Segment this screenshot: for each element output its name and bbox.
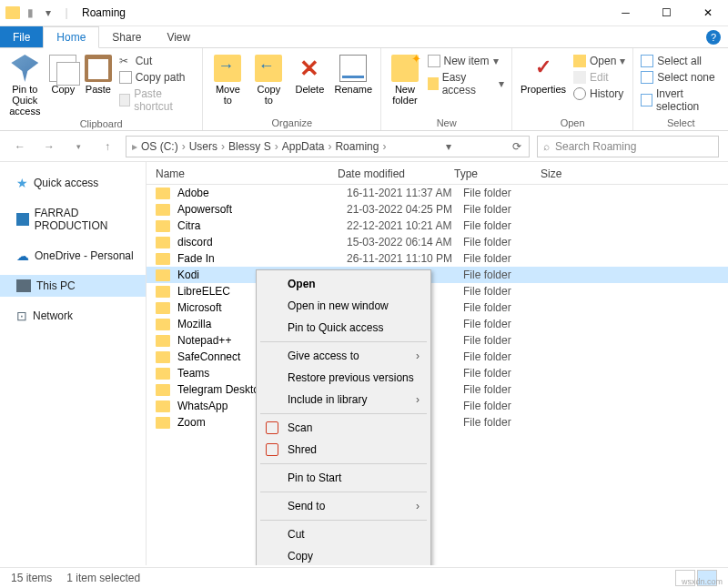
copy-to-button[interactable]: Copy to (249, 51, 288, 106)
sidebar-item-network[interactable]: ⊡Network (0, 304, 146, 328)
ctx-pin-quick-access[interactable]: Pin to Quick access (258, 317, 429, 339)
scissors-icon: ✂ (119, 55, 132, 67)
column-size[interactable]: Size (541, 167, 613, 180)
file-type: File folder (463, 285, 550, 298)
table-row[interactable]: Telegram Desktop File folder (147, 381, 728, 398)
table-row[interactable]: Fade In 26-11-2021 11:10 PM File folder (147, 250, 728, 267)
paste-shortcut-button[interactable]: Paste shortcut (117, 86, 197, 114)
ctx-include-library[interactable]: Include in library› (258, 389, 429, 411)
qat-item[interactable]: ▮ (22, 5, 38, 21)
table-row[interactable]: Notepad++ File folder (147, 332, 728, 349)
ctx-copy[interactable]: Copy (258, 545, 429, 565)
refresh-button[interactable]: ⟳ (509, 140, 525, 153)
up-button[interactable]: ↑ (96, 136, 118, 157)
cut-button[interactable]: ✂Cut (117, 54, 197, 68)
breadcrumb[interactable]: Users (187, 140, 219, 153)
new-item-icon (428, 55, 440, 67)
rename-button[interactable]: Rename (331, 51, 375, 95)
ctx-cut[interactable]: Cut (258, 523, 429, 545)
copy-path-button[interactable]: Copy path (117, 70, 197, 85)
table-row[interactable]: Apowersoft 21-03-2022 04:25 PM File fold… (147, 201, 728, 218)
tab-file[interactable]: File (0, 26, 43, 47)
recent-dropdown[interactable]: ▾ (67, 136, 89, 157)
ctx-pin-start[interactable]: Pin to Start (258, 467, 429, 489)
address-bar[interactable]: ▸ OS (C:)› Users› Blessy S› AppData› Roa… (126, 136, 530, 157)
ctx-open[interactable]: Open (258, 273, 429, 295)
search-input[interactable]: ⌕ Search Roaming (537, 136, 719, 157)
new-folder-button[interactable]: New folder (387, 51, 422, 106)
file-type: File folder (463, 236, 550, 248)
group-label-new: New (387, 116, 506, 130)
table-row[interactable]: Adobe 16-11-2021 11:37 AM File folder (147, 185, 728, 201)
copy-button[interactable]: Copy (47, 51, 80, 95)
table-row[interactable]: Citra 22-12-2021 10:21 AM File folder (147, 218, 728, 234)
file-type: File folder (463, 252, 550, 265)
sidebar-item-quick-access[interactable]: ★Quick access (0, 171, 146, 195)
table-row[interactable]: LibreELEC File folder (147, 283, 728, 299)
table-row[interactable]: Mozilla File folder (147, 316, 728, 332)
folder-icon (156, 319, 170, 330)
easy-access-button[interactable]: Easy access ▾ (426, 70, 506, 97)
paste-icon (85, 55, 112, 82)
forward-button[interactable]: → (38, 136, 60, 157)
file-type: File folder (463, 301, 550, 314)
window-title: Roaming (82, 6, 126, 19)
ctx-separator (260, 463, 427, 464)
close-button[interactable]: ✕ (687, 0, 728, 26)
ctx-give-access[interactable]: Give access to› (258, 345, 429, 367)
ctx-shred[interactable]: Shred (258, 439, 429, 461)
invert-selection-button[interactable]: Invert selection (639, 86, 723, 114)
breadcrumb[interactable]: Roaming (333, 140, 380, 153)
history-button[interactable]: History (571, 86, 627, 101)
sidebar-item-this-pc[interactable]: This PC (0, 275, 146, 297)
column-type[interactable]: Type (454, 167, 541, 180)
table-row[interactable]: discord 15-03-2022 06:14 AM File folder (147, 234, 728, 250)
sidebar-item-onedrive[interactable]: ☁OneDrive - Personal (0, 244, 146, 268)
ctx-restore-previous[interactable]: Restore previous versions (258, 367, 429, 389)
pin-to-quick-access-button[interactable]: Pin to Quick access (5, 51, 45, 117)
folder-icon (156, 368, 170, 380)
tab-view[interactable]: View (154, 26, 203, 47)
edit-button[interactable]: Edit (571, 70, 627, 85)
column-date[interactable]: Date modified (338, 167, 454, 180)
tab-share[interactable]: Share (99, 26, 154, 47)
file-date: 26-11-2021 11:10 PM (347, 252, 463, 265)
qat-dropdown-icon[interactable]: ▾ (40, 5, 56, 21)
folder-icon (156, 220, 170, 232)
table-row[interactable]: WhatsApp File folder (147, 398, 728, 414)
open-button[interactable]: Open ▾ (571, 54, 627, 68)
table-row[interactable]: Zoom File folder (147, 414, 728, 431)
new-item-button[interactable]: New item ▾ (426, 54, 506, 68)
table-row[interactable]: SafeConnect File folder (147, 349, 728, 365)
cloud-icon: ☁ (16, 248, 29, 263)
paste-button[interactable]: Paste (82, 51, 115, 95)
breadcrumb[interactable]: OS (C:) (139, 140, 180, 153)
delete-button[interactable]: Delete (290, 51, 329, 95)
move-to-button[interactable]: Move to (208, 51, 247, 106)
back-button[interactable]: ← (9, 136, 31, 157)
move-to-icon (214, 55, 241, 82)
tab-home[interactable]: Home (43, 26, 99, 48)
maximize-button[interactable]: ☐ (646, 0, 687, 26)
select-all-button[interactable]: Select all (639, 54, 723, 68)
ctx-send-to[interactable]: Send to› (258, 495, 429, 517)
chevron-right-icon: › (416, 393, 420, 406)
minimize-button[interactable]: ─ (605, 0, 646, 26)
column-name[interactable]: Name (147, 167, 338, 180)
properties-button[interactable]: Properties (518, 51, 569, 95)
folder-icon (156, 384, 170, 396)
breadcrumb[interactable]: Blessy S (227, 140, 273, 153)
help-icon[interactable]: ? (706, 30, 721, 45)
table-row[interactable]: Teams File folder (147, 365, 728, 381)
item-count: 15 items (11, 572, 52, 584)
sidebar-item-farrad[interactable]: FARRAD PRODUCTION (0, 202, 146, 237)
select-none-button[interactable]: Select none (639, 70, 723, 85)
file-list: Name Date modified Type Size Adobe 16-11… (147, 162, 728, 565)
crumb-root-icon[interactable]: ▸ (130, 140, 139, 153)
ctx-open-new-window[interactable]: Open in new window (258, 295, 429, 317)
ctx-scan[interactable]: Scan (258, 417, 429, 439)
table-row[interactable]: Microsoft File folder (147, 299, 728, 316)
breadcrumb[interactable]: AppData (280, 140, 327, 153)
table-row[interactable]: Kodi File folder (147, 267, 728, 283)
address-dropdown[interactable]: ▾ (442, 140, 455, 153)
